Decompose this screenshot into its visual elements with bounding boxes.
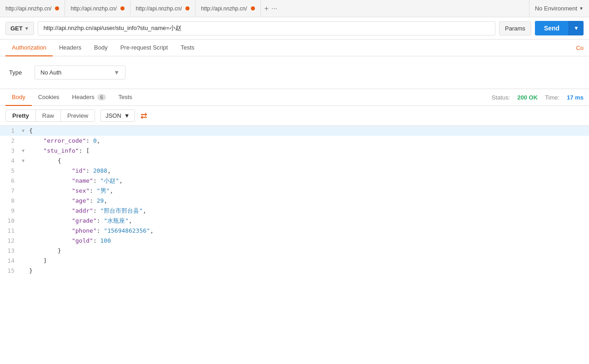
tab-4-dot <box>251 6 255 10</box>
line-number-4: 4 <box>0 156 22 166</box>
tab-1[interactable]: http://api.nnzhp.cn/ <box>0 0 65 17</box>
add-tab-icon[interactable]: + <box>265 5 269 13</box>
json-line-6: 6 "name": "小赵", <box>0 176 589 186</box>
tab-tests-label: Tests <box>180 44 194 51</box>
json-line-13: 13 } <box>0 246 589 256</box>
res-tab-headers[interactable]: Headers 6 <box>66 89 112 106</box>
response-status: Status: 200 OK Time: 17 ms <box>492 94 584 101</box>
time-label: Time: <box>545 94 559 101</box>
headers-count-badge: 6 <box>97 94 105 100</box>
res-tab-cookies-label: Cookies <box>38 94 60 100</box>
preview-button[interactable]: Preview <box>60 110 95 121</box>
res-tab-tests-label: Tests <box>119 94 132 100</box>
response-tabs: Body Cookies Headers 6 Tests Status: 200… <box>0 89 589 106</box>
pretty-button[interactable]: Pretty <box>6 110 35 121</box>
tab-4-label: http://api.nnzhp.cn/ <box>201 5 247 12</box>
json-line-4: 4▼ { <box>0 156 589 166</box>
tab-body-label: Body <box>94 44 108 51</box>
line-toggle-3[interactable]: ▼ <box>22 146 29 156</box>
line-content-2: "error_code": 0, <box>29 136 589 146</box>
line-number-11: 11 <box>0 226 22 236</box>
res-tab-body[interactable]: Body <box>5 89 32 106</box>
tab-4[interactable]: http://api.nnzhp.cn/ <box>195 0 260 17</box>
tab-pre-request-script[interactable]: Pre-request Script <box>114 40 175 56</box>
wrap-icon[interactable]: ⇄ <box>140 111 147 121</box>
tab-body[interactable]: Body <box>88 40 114 56</box>
format-bar: Pretty Raw Preview JSON ▼ ⇄ <box>0 106 589 126</box>
tab-extra: Co <box>576 40 584 56</box>
tab-authorization[interactable]: Authorization <box>5 40 53 56</box>
more-tabs-icon[interactable]: ··· <box>271 5 277 13</box>
tab-3-label: http://api.nnzhp.cn/ <box>136 5 182 12</box>
tab-pre-request-script-label: Pre-request Script <box>120 44 168 51</box>
auth-type-selector[interactable]: No Auth ▼ <box>35 65 125 80</box>
status-value: 200 OK <box>517 94 538 101</box>
json-line-14: 14 ] <box>0 256 589 266</box>
json-line-5: 5 "id": 2088, <box>0 166 589 176</box>
auth-section: Type No Auth ▼ <box>0 56 589 89</box>
time-value: 17 ms <box>567 94 584 101</box>
tab-bar: http://api.nnzhp.cn/ http://api.nnzhp.cn… <box>0 0 589 17</box>
tab-headers[interactable]: Headers <box>53 40 88 56</box>
json-line-2: 2 "error_code": 0, <box>0 136 589 146</box>
send-button-group: Send ▼ <box>535 21 584 35</box>
line-content-8: "age": 29, <box>29 196 589 206</box>
url-bar: GET ▼ Params Send ▼ <box>0 17 589 40</box>
line-content-15: } <box>29 266 589 276</box>
tab-2-dot <box>120 6 125 10</box>
tab-tests[interactable]: Tests <box>174 40 200 56</box>
line-content-6: "name": "小赵", <box>29 176 589 186</box>
auth-row: Type No Auth ▼ <box>9 65 580 80</box>
send-button[interactable]: Send <box>535 21 569 35</box>
line-number-2: 2 <box>0 136 22 146</box>
line-toggle-1[interactable]: ▼ <box>22 126 29 136</box>
line-content-13: } <box>29 246 589 256</box>
url-input[interactable] <box>38 21 495 35</box>
status-label: Status: <box>492 94 510 101</box>
line-number-12: 12 <box>0 236 22 246</box>
line-content-11: "phone": "15694862356", <box>29 226 589 236</box>
format-selector[interactable]: JSON ▼ <box>100 110 135 122</box>
json-line-8: 8 "age": 29, <box>0 196 589 206</box>
tab-headers-label: Headers <box>59 44 81 51</box>
line-content-3: "stu_info": [ <box>29 146 589 156</box>
tab-3[interactable]: http://api.nnzhp.cn/ <box>130 0 195 17</box>
tab-3-dot <box>185 6 190 10</box>
json-line-11: 11 "phone": "15694862356", <box>0 226 589 236</box>
line-number-14: 14 <box>0 256 22 266</box>
json-line-9: 9 "addr": "邢台市邢台县", <box>0 206 589 216</box>
auth-type-label: Type <box>9 69 27 76</box>
request-tabs: Authorization Headers Body Pre-request S… <box>0 40 589 56</box>
res-tab-tests[interactable]: Tests <box>112 89 139 106</box>
environment-selector[interactable]: No Environment ▼ <box>529 0 589 17</box>
line-number-15: 15 <box>0 266 22 276</box>
line-number-7: 7 <box>0 186 22 196</box>
environment-label: No Environment <box>535 5 577 12</box>
line-content-9: "addr": "邢台市邢台县", <box>29 206 589 216</box>
json-line-10: 10 "grade": "水瓶座", <box>0 216 589 226</box>
params-button[interactable]: Params <box>499 21 531 35</box>
line-content-10: "grade": "水瓶座", <box>29 216 589 226</box>
line-content-1: { <box>29 126 589 136</box>
res-tab-cookies[interactable]: Cookies <box>32 89 66 106</box>
auth-type-value: No Auth <box>40 69 61 76</box>
json-line-3: 3▼ "stu_info": [ <box>0 146 589 156</box>
line-number-6: 6 <box>0 176 22 186</box>
tab-actions: + ··· <box>261 5 281 13</box>
line-toggle-4[interactable]: ▼ <box>22 156 29 166</box>
line-number-5: 5 <box>0 166 22 176</box>
method-selector[interactable]: GET ▼ <box>5 22 34 35</box>
environment-chevron: ▼ <box>579 6 584 11</box>
format-label: JSON <box>105 112 121 119</box>
line-number-10: 10 <box>0 216 22 226</box>
json-line-1: 1▼{ <box>0 126 589 136</box>
format-chevron: ▼ <box>124 112 130 119</box>
tab-2[interactable]: http://api.nnzhp.cn/ <box>65 0 130 17</box>
json-viewer[interactable]: 1▼{2 "error_code": 0,3▼ "stu_info": [4▼ … <box>0 126 589 346</box>
view-mode-group: Pretty Raw Preview <box>5 110 95 122</box>
line-number-1: 1 <box>0 126 22 136</box>
raw-button[interactable]: Raw <box>35 110 60 121</box>
res-tab-headers-label: Headers <box>72 94 95 100</box>
send-arrow-button[interactable]: ▼ <box>569 21 584 35</box>
line-content-5: "id": 2088, <box>29 166 589 176</box>
